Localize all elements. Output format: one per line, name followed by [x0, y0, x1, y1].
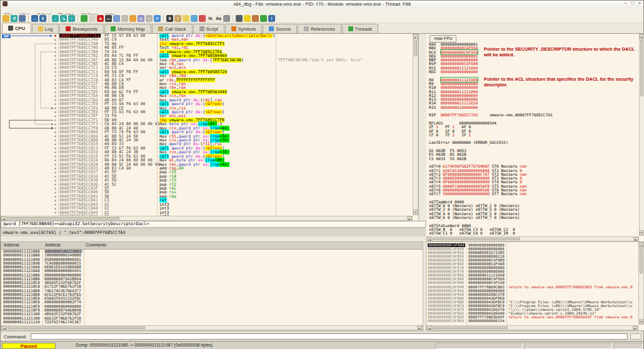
status-bar: Paused Dump: 0000000011121080 -> 0000000… — [1, 341, 643, 349]
window-pane-icon[interactable] — [121, 15, 128, 22]
patch-icon[interactable]: / — [174, 15, 181, 22]
x87-float-value: nan — [520, 191, 526, 196]
register-value-r15[interactable]: 0000000010000000 — [441, 105, 478, 109]
minimize-button[interactable]: – — [625, 1, 627, 5]
annotation-security-descriptor: Pointer to the SECURITY_DESCRIPTOR struc… — [484, 47, 643, 58]
tab-breakpoints[interactable]: Breakpoints — [59, 24, 104, 33]
tab-call-stack[interactable]: Call Stack — [152, 24, 193, 33]
close-button[interactable]: × — [638, 1, 641, 5]
eraser-icon[interactable] — [199, 15, 206, 22]
tab-cpu[interactable]: CPU — [2, 23, 31, 33]
info-icon[interactable]: i — [268, 15, 275, 22]
font-icon[interactable]: Aa — [215, 15, 222, 22]
toolbar-separator — [233, 15, 233, 22]
bulb-icon[interactable] — [244, 15, 251, 22]
flag-value-tf[interactable]: 1 — [452, 133, 461, 137]
tab-memory-map[interactable]: Memory Map — [104, 24, 151, 33]
fx-icon[interactable]: fx — [207, 15, 214, 22]
dump-row[interactable]: 0000000011121110722F657461745367 — [1, 320, 423, 324]
registers-panel[interactable]: Hide FPU RAX 0000000000000001RBX 0000000… — [426, 34, 644, 241]
dump-hscrollbar[interactable]: ◄ ► — [1, 325, 423, 330]
x87-status: ST7 Nonzero — [490, 191, 520, 196]
register-value-x87r7[interactable]: 50000000000000000800 — [443, 191, 490, 196]
tab-bar: CPULogBreakpointsMemory MapCall StackScr… — [1, 23, 643, 34]
stack-vscrollbar[interactable]: ▲ ▼ — [638, 242, 644, 325]
flag-name: IF — [461, 133, 468, 137]
registers-vscrollbar[interactable]: ▲ ▼ — [639, 34, 644, 236]
register-text-line[interactable]: x87SW_C1 0 x87SW_C0 0 x87SW_IR 0 — [426, 231, 639, 235]
stack-hscrollbar[interactable]: ◄ ► — [426, 325, 638, 330]
dump-header-comments: Comments — [86, 243, 106, 247]
tab-symbols[interactable]: Symbols — [225, 24, 263, 33]
annotation-acl-structure: Pointer to the ACL structure that specif… — [484, 77, 643, 88]
label-icon[interactable] — [191, 15, 198, 22]
stack-panel[interactable]: 0000000000CAF840000000000000000000000000… — [426, 241, 644, 331]
dash-icon[interactable]: — — [105, 15, 112, 22]
comment-icon[interactable] — [183, 15, 189, 22]
column-divider — [276, 34, 276, 216]
window-title: x64_dbg - File: vmware-vmx.exe - PID: 77… — [233, 1, 411, 7]
stop-icon[interactable] — [19, 15, 26, 22]
register-name: R15 — [429, 105, 441, 109]
goto-icon[interactable]: » — [154, 15, 161, 22]
register-value-rdi[interactable]: 0000000000000000 — [441, 69, 478, 74]
disassembly-panel[interactable]: RIP 00007FF7685CC7A3FF 15 97 E8 63 00cal… — [1, 34, 419, 221]
dump-value: 722F657461745367 — [44, 320, 81, 324]
log-window-icon[interactable] — [89, 15, 96, 22]
tab-source[interactable]: Source — [263, 24, 297, 33]
dump-panel[interactable]: Address Address Comments 000000001112108… — [1, 241, 423, 331]
tab-label: CPU — [15, 26, 25, 31]
open-file-icon[interactable] — [3, 15, 9, 22]
dump-rows: 000000001112108000000001002C000200000000… — [1, 250, 423, 324]
status-segment — [435, 343, 523, 349]
flag-value-if[interactable]: 1 — [468, 133, 478, 137]
source-pair-icon[interactable]: ◇ — [138, 15, 144, 22]
register-list: RAX 0000000000000001RBX 0000000000CAF950… — [426, 43, 639, 236]
tab-references[interactable]: References — [298, 24, 341, 33]
memory-regions-icon[interactable] — [81, 15, 88, 22]
tab-log[interactable]: Log — [32, 24, 59, 33]
breakpoint-icon[interactable]: ● — [97, 15, 104, 22]
notes-icon[interactable] — [129, 15, 136, 22]
rip-module-label: vmware-vmx.00007FF7685CC7A3 — [478, 113, 552, 117]
calculator-icon[interactable]: 9 — [166, 15, 173, 22]
restart-icon[interactable]: ↺ — [11, 15, 18, 22]
tab-script[interactable]: Script — [193, 24, 224, 33]
command-extra-box[interactable] — [630, 333, 641, 340]
tab-label: Call Stack — [165, 26, 186, 32]
hide-fpu-button[interactable]: Hide FPU — [430, 35, 456, 43]
register-value-rip[interactable]: 00007FF7685CC7A3 — [441, 113, 478, 117]
maximize-button[interactable]: □ — [631, 1, 634, 5]
step-over-icon[interactable]: ↘ — [60, 15, 67, 22]
pause-icon[interactable]: ‖ — [39, 15, 46, 22]
run-icon[interactable]: → — [31, 15, 38, 22]
flag-name: TF — [445, 133, 452, 137]
dump-header-address1: Address — [4, 243, 19, 247]
disasm-hscrollbar[interactable]: ◄ ► — [1, 216, 413, 221]
step-into-icon[interactable]: ↓ — [52, 15, 59, 22]
modules-icon[interactable] — [113, 15, 120, 22]
registers-hscrollbar[interactable]: ◄ ► — [426, 236, 639, 241]
report-icon[interactable] — [252, 15, 259, 22]
dump-address: 0000000011121110 — [3, 320, 40, 324]
shield-icon[interactable] — [260, 15, 267, 22]
call-stack-icon — [158, 26, 163, 31]
search-icon[interactable]: ○ — [146, 15, 153, 22]
toolbar-separator — [163, 15, 164, 22]
column-divider — [506, 242, 507, 325]
menu-bar: FileViewDebugPluginsOptionsHelp — [1, 8, 643, 14]
toolbar-separator — [28, 15, 29, 22]
stack-row[interactable]: 0000000000CAF8E00000000000000154 — [426, 319, 638, 323]
flag-value-cf[interactable]: 0 — [436, 133, 445, 137]
toolbar: ↺→‖↓↘↑●—◇○»9/fxAai — [1, 14, 643, 23]
step-out-icon[interactable]: ↑ — [68, 15, 75, 22]
column-divider — [466, 242, 467, 325]
tab-label: Threads — [355, 26, 373, 32]
script-icon — [199, 26, 204, 31]
user-icon[interactable] — [223, 15, 230, 22]
command-input[interactable] — [31, 333, 628, 340]
tab-threads[interactable]: Threads — [342, 24, 379, 33]
memory-map-icon — [111, 26, 116, 31]
memory-chip-icon[interactable] — [236, 15, 243, 22]
disasm-vscrollbar[interactable]: ▲ ▼ — [413, 34, 418, 215]
